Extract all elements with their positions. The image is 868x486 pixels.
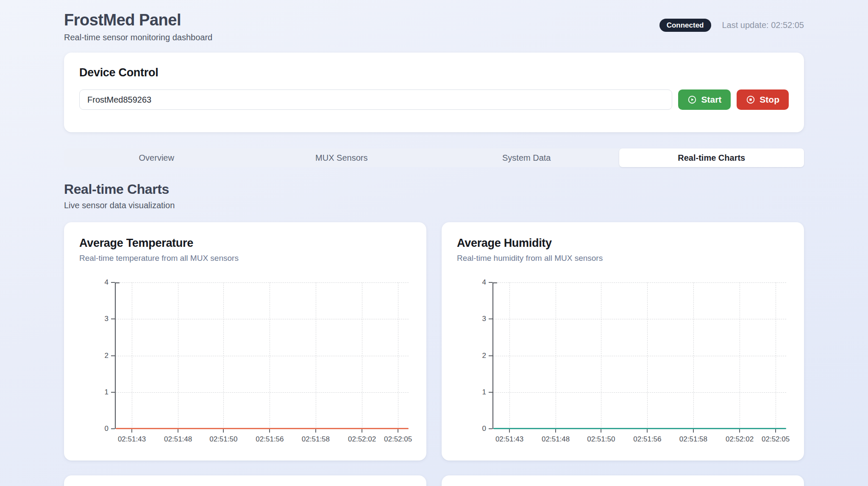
start-button-label: Start [701,95,721,105]
page-subtitle: Real-time sensor monitoring dashboard [64,33,212,42]
x-tick-label: 02:51:56 [633,435,661,444]
vertical-gridline [601,282,601,429]
y-tick-mark [111,428,115,429]
y-axis-cap [492,282,497,283]
y-tick-label: 4 [482,278,486,287]
vertical-gridline [178,282,178,429]
horizontal-gridline [116,356,409,356]
x-tick-label: 02:51:58 [679,435,707,444]
humidity-chart-subtitle: Real-time humidity from all MUX sensors [457,254,789,263]
tab-bar: Overview MUX Sensors System Data Real-ti… [64,148,804,167]
x-tick-label: 02:51:58 [302,435,330,444]
y-tick-label: 4 [105,278,108,287]
start-button[interactable]: Start [678,89,731,110]
x-tick-label: 02:51:43 [118,435,146,444]
x-tick-mark [269,429,270,433]
vertical-gridline [362,282,362,429]
vertical-gridline [647,282,648,429]
device-control-card: Device Control Start Stop [64,53,804,132]
horizontal-gridline [493,319,786,319]
page-title: FrostMed Panel [64,11,212,29]
y-tick-label: 0 [482,425,486,433]
y-axis-cap [115,282,120,283]
y-tick-mark [489,318,492,319]
tab-mux-sensors[interactable]: MUX Sensors [249,148,434,167]
y-tick-mark [489,282,492,283]
y-tick-mark [489,428,492,429]
header-status-area: Connected Last update: 02:52:05 [659,19,804,32]
vertical-gridline [270,282,270,429]
y-tick-label: 3 [105,315,108,323]
stop-circle-icon [746,95,755,104]
partial-card-left [64,475,426,486]
x-tick-mark [775,429,776,433]
x-tick-label: 02:52:05 [384,435,412,444]
section-subtitle: Live sensor data visualization [64,201,804,210]
x-tick-mark [223,429,224,433]
y-tick-mark [489,392,492,393]
vertical-gridline [693,282,694,429]
x-tick-mark [601,429,601,433]
temperature-chart-subtitle: Real-time temperature from all MUX senso… [79,254,411,263]
y-tick-mark [111,318,115,319]
x-tick-mark [178,429,178,433]
vertical-gridline [398,282,398,429]
tab-overview[interactable]: Overview [64,148,249,167]
partial-card-right [442,475,804,486]
page-header: FrostMed Panel Real-time sensor monitori… [64,11,804,42]
x-tick-mark [131,429,132,433]
humidity-chart-title: Average Humidity [457,237,789,250]
stop-button[interactable]: Stop [737,89,789,110]
y-tick-label: 2 [482,352,486,360]
horizontal-gridline [116,319,409,319]
x-tick-label: 02:52:02 [348,435,376,444]
y-axis-line [492,282,493,429]
vertical-gridline [740,282,740,429]
y-tick-label: 1 [482,388,486,397]
tab-system-data[interactable]: System Data [434,148,619,167]
vertical-gridline [132,282,132,429]
stop-button-label: Stop [760,95,779,105]
vertical-gridline [556,282,556,429]
temperature-chart-plot: 0123402:51:4302:51:4802:51:5002:51:5602:… [116,282,409,429]
vertical-gridline [776,282,776,429]
x-tick-mark [693,429,694,433]
x-tick-mark [509,429,510,433]
status-badge: Connected [659,19,711,32]
device-control-title: Device Control [79,66,789,79]
page-container: FrostMed Panel Real-time sensor monitori… [64,0,804,486]
y-tick-label: 2 [105,352,108,360]
horizontal-gridline [116,282,409,283]
section-title: Real-time Charts [64,182,804,197]
y-tick-label: 0 [105,425,108,433]
y-tick-label: 3 [482,315,486,323]
next-cards-row [64,475,804,486]
temperature-chart-card: Average Temperature Real-time temperatur… [64,222,426,461]
x-tick-mark [647,429,648,433]
x-tick-mark [739,429,740,433]
horizontal-gridline [493,356,786,356]
x-tick-mark [362,429,362,433]
vertical-gridline [223,282,224,429]
last-update-text: Last update: 02:52:05 [722,20,804,30]
horizontal-gridline [493,282,786,283]
y-tick-mark [489,355,492,356]
x-tick-label: 02:51:43 [495,435,523,444]
tab-realtime-charts[interactable]: Real-time Charts [619,148,804,167]
charts-grid: Average Temperature Real-time temperatur… [64,222,804,461]
vertical-gridline [316,282,316,429]
horizontal-gridline [116,392,409,393]
x-tick-label: 02:51:48 [164,435,192,444]
x-tick-label: 02:51:50 [209,435,237,444]
y-tick-mark [111,392,115,393]
humidity-chart-card: Average Humidity Real-time humidity from… [442,222,804,461]
humidity-chart-plot: 0123402:51:4302:51:4802:51:5002:51:5602:… [493,282,786,429]
vertical-gridline [509,282,510,429]
x-tick-mark [315,429,316,433]
device-name-input[interactable] [79,89,672,110]
horizontal-gridline [493,392,786,393]
play-circle-icon [687,95,697,104]
x-tick-mark [555,429,556,433]
series-line [493,428,786,429]
x-tick-label: 02:52:05 [762,435,790,444]
